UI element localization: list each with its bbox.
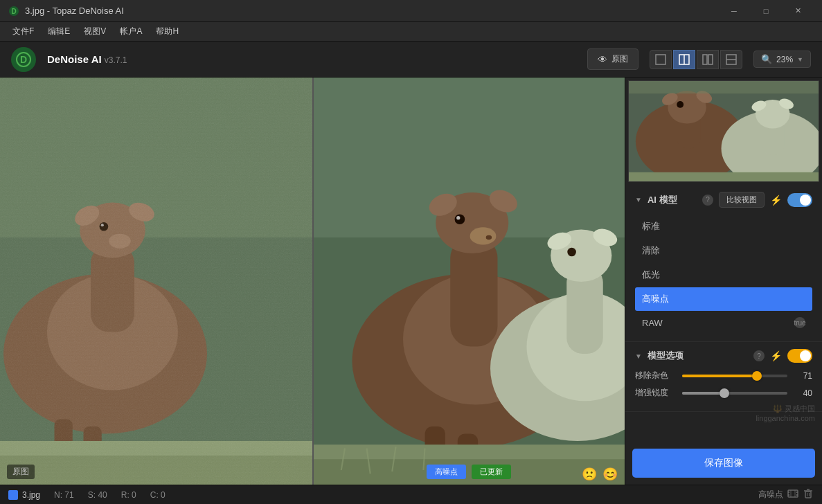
- menu-edit[interactable]: 编辑E: [41, 23, 77, 40]
- model-options-help[interactable]: ?: [753, 350, 765, 361]
- ai-model-section: ▼ AI 模型 ? 比较视图 ⚡ 标准 清除 低光 高噪点 RAW true: [625, 185, 822, 342]
- canvas-left-original: 原图: [0, 78, 312, 485]
- zoom-control[interactable]: 🔍 23% ▼: [753, 51, 811, 68]
- raw-help-icon[interactable]: true: [794, 317, 805, 328]
- thumbs-up-icon[interactable]: 😊: [602, 467, 618, 482]
- file-icon: [8, 490, 18, 500]
- status-r: R: 0: [121, 490, 136, 500]
- model-raw[interactable]: RAW true: [635, 312, 812, 334]
- status-n: N: 71: [54, 490, 74, 500]
- app-icon: D: [8, 6, 19, 17]
- ai-model-header: ▼ AI 模型 ? 比较视图 ⚡: [635, 192, 812, 208]
- svg-rect-70: [788, 490, 798, 497]
- svg-rect-72: [788, 494, 789, 496]
- view-mode-compare[interactable]: [697, 50, 719, 69]
- remove-noise-slider[interactable]: [682, 375, 787, 377]
- chevron-icon[interactable]: ▼: [635, 196, 642, 204]
- close-button[interactable]: ✕: [782, 0, 814, 22]
- view-mode-buttons: [650, 50, 742, 69]
- svg-rect-26: [0, 78, 312, 485]
- window-title: 3.jpg - Topaz DeNoise AI: [25, 6, 124, 16]
- svg-rect-68: [629, 172, 819, 181]
- svg-rect-71: [788, 492, 789, 493]
- enhance-sharpness-row: 增强锐度 40: [635, 387, 812, 399]
- menubar: 文件F 编辑E 视图V 帐户A 帮助H: [0, 22, 822, 42]
- menu-view[interactable]: 视图V: [77, 23, 113, 40]
- minimize-button[interactable]: ─: [718, 0, 750, 22]
- view-mode-single[interactable]: [650, 50, 672, 69]
- ai-toggle[interactable]: [787, 193, 812, 207]
- status-filename: 3.jpg: [8, 490, 40, 500]
- enhance-sharpness-value: 40: [793, 388, 812, 398]
- model-options-header: ▼ 模型选项 ? ⚡: [635, 349, 812, 363]
- svg-point-37: [456, 216, 460, 219]
- thumbs-down-icon[interactable]: 🙁: [582, 467, 597, 482]
- original-label: 原图: [7, 465, 35, 479]
- svg-point-36: [455, 214, 465, 224]
- svg-rect-69: [8, 490, 18, 500]
- model-clear[interactable]: 清除: [635, 239, 812, 262]
- view-mode-split[interactable]: [673, 50, 695, 69]
- svg-point-38: [470, 227, 497, 244]
- svg-point-61: [677, 101, 683, 108]
- ai-model-help[interactable]: ?: [702, 195, 713, 206]
- svg-rect-32: [450, 237, 497, 347]
- split-line[interactable]: [312, 78, 314, 485]
- remove-noise-value: 71: [793, 371, 812, 381]
- status-trash-icon[interactable]: [803, 488, 814, 501]
- options-lightning-icon: ⚡: [770, 350, 782, 361]
- svg-rect-77: [805, 492, 811, 498]
- svg-text:D: D: [11, 8, 16, 15]
- app-name: DeNoise AI v3.7.1: [47, 53, 127, 65]
- original-view-button[interactable]: 👁 原图: [587, 48, 638, 70]
- menu-help[interactable]: 帮助H: [149, 23, 186, 40]
- status-s: S: 40: [88, 490, 107, 500]
- updated-label: 已更新: [472, 465, 511, 479]
- lightning-icon: ⚡: [770, 195, 782, 206]
- svg-rect-74: [796, 494, 798, 496]
- processed-label: 高噪点: [427, 465, 466, 479]
- canvas-split: 原图: [0, 78, 625, 485]
- svg-point-48: [567, 248, 576, 257]
- app-toolbar: D DeNoise AI v3.7.1 👁 原图 🔍 23% ▼: [0, 42, 822, 78]
- status-model-area: 高噪点: [758, 488, 814, 501]
- options-chevron-icon[interactable]: ▼: [635, 352, 642, 360]
- right-panel: ▼ AI 模型 ? 比较视图 ⚡ 标准 清除 低光 高噪点 RAW true ▼…: [625, 78, 822, 485]
- svg-rect-4: [656, 55, 665, 64]
- svg-rect-67: [629, 81, 819, 93]
- chevron-down-icon: ▼: [797, 56, 803, 63]
- thumbnail-preview: [628, 80, 819, 182]
- remove-noise-row: 移除杂色 71: [635, 370, 812, 381]
- eye-icon: 👁: [598, 54, 607, 65]
- main-content: 原图: [0, 78, 822, 485]
- model-options-toggle[interactable]: [787, 349, 812, 363]
- enhance-sharpness-slider[interactable]: [682, 392, 787, 395]
- zoom-icon: 🔍: [761, 54, 772, 64]
- svg-point-39: [486, 235, 492, 240]
- menu-account[interactable]: 帐户A: [113, 23, 149, 40]
- window-controls: ─ □ ✕: [718, 0, 814, 22]
- canvas-right-processed: 高噪点 已更新 🙁 😊: [312, 78, 625, 485]
- svg-text:D: D: [20, 54, 27, 65]
- watermark: 🔱 灵感中国 lingganchina.com: [625, 398, 822, 428]
- view-mode-grid[interactable]: [720, 50, 742, 69]
- save-button[interactable]: 保存图像: [632, 449, 815, 478]
- status-model-label: 高噪点: [758, 489, 783, 501]
- canvas-area[interactable]: 原图: [0, 78, 625, 485]
- app-logo: D: [11, 47, 36, 72]
- model-standard[interactable]: 标准: [635, 215, 812, 238]
- compare-view-button[interactable]: 比较视图: [719, 192, 765, 208]
- svg-rect-73: [796, 492, 798, 493]
- menu-file[interactable]: 文件F: [6, 23, 41, 40]
- emoji-controls: 🙁 😊: [582, 467, 618, 482]
- model-highiso[interactable]: 高噪点: [635, 287, 812, 311]
- statusbar: 3.jpg N: 71 S: 40 R: 0 C: 0 高噪点: [0, 485, 822, 504]
- maximize-button[interactable]: □: [750, 0, 782, 22]
- watermark-logo: 🔱 灵感中国: [632, 404, 815, 414]
- status-filmstrip-icon: [787, 488, 798, 501]
- svg-rect-8: [708, 55, 713, 64]
- titlebar: D 3.jpg - Topaz DeNoise AI ─ □ ✕: [0, 0, 822, 22]
- watermark-url: lingganchina.com: [632, 414, 815, 422]
- model-lowlight[interactable]: 低光: [635, 263, 812, 287]
- status-c: C: 0: [150, 490, 166, 500]
